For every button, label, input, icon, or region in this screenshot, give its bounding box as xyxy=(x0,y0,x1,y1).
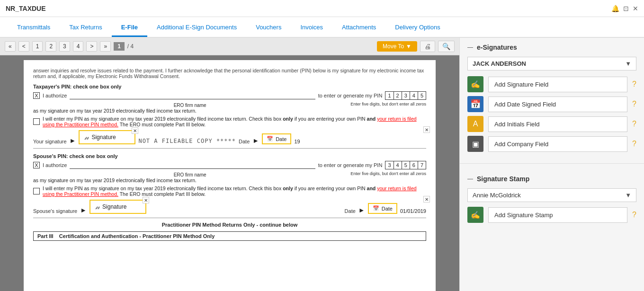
move-to-label: Move To xyxy=(383,43,404,50)
stamp-signer-dropdown[interactable]: Annie McGoldrick ▼ xyxy=(467,188,636,202)
esig-collapse-icon[interactable]: — xyxy=(467,44,473,51)
option2-row-1: I will enter my PIN as my signature on m… xyxy=(33,116,426,127)
move-to-button[interactable]: Move To ▼ xyxy=(377,41,417,52)
pin-note-2: Enter five digits, but don't enter all z… xyxy=(350,171,426,176)
signature-field-icon: ✍ xyxy=(467,76,483,92)
close-sig-2[interactable]: ✕ xyxy=(143,197,149,203)
date-value-2: 01/01/2019 xyxy=(400,208,426,214)
checkbox-2[interactable] xyxy=(33,118,40,125)
initials-help-icon[interactable]: ? xyxy=(632,120,636,128)
to-enter-text-2: to enter or generate my PIN xyxy=(318,162,383,168)
date-label-1: Date xyxy=(239,139,250,144)
tab-transmittals[interactable]: Transmittals xyxy=(8,19,60,37)
date-field-2[interactable]: ✕ 📅 Date xyxy=(368,203,397,214)
stamp-title: Signature Stamp xyxy=(477,175,529,183)
part-label: Part III xyxy=(37,233,54,239)
speaker-icon[interactable]: 🔔 xyxy=(611,5,619,12)
signature-field-2[interactable]: ✕ 𝓃 Signature xyxy=(89,200,146,214)
sig-text-2: Signature xyxy=(102,203,126,210)
date-field-1[interactable]: ✕ 📅 Date xyxy=(262,133,291,144)
add-company-row: ▣ Add Company Field ? xyxy=(467,136,636,152)
pin-grid-1: 1 2 3 4 5 xyxy=(385,91,426,100)
tab-attachments[interactable]: Attachments xyxy=(332,19,385,37)
authorize-row-2: X I authorize to enter or generate my PI… xyxy=(33,161,426,169)
stamp-dropdown-arrow: ▼ xyxy=(625,192,631,199)
tab-tax-returns[interactable]: Tax Returns xyxy=(60,19,111,37)
tab-additional-esign[interactable]: Additional E-Sign Documents xyxy=(147,19,246,37)
document-content: answer inquiries and resolve issues rela… xyxy=(0,55,459,291)
tab-bar: Transmittals Tax Returns E-File Addition… xyxy=(0,17,644,38)
tab-e-file[interactable]: E-File xyxy=(112,19,147,37)
app-title: NR_TAXDUE xyxy=(6,5,46,12)
current-page-display: 1 xyxy=(114,42,125,51)
stamp-field-icon: ✍ xyxy=(467,207,483,223)
ero-firm-label: ERO firm name xyxy=(33,103,347,108)
ero-input-1[interactable] xyxy=(70,92,315,99)
spouse-sig-label: Spouse's signature xyxy=(33,208,77,214)
esig-title: e-Signatures xyxy=(477,44,517,51)
signer-dropdown[interactable]: JACK ANDERSON ▼ xyxy=(467,57,636,71)
page-2-button[interactable]: 2 xyxy=(45,41,56,52)
add-company-field-button[interactable]: Add Company Field xyxy=(488,136,627,152)
date-text-2: Date xyxy=(382,206,393,212)
panel-divider xyxy=(460,163,644,164)
add-initials-field-button[interactable]: Add Initials Field xyxy=(488,116,627,132)
print-icon-button[interactable]: 🖨 xyxy=(420,41,435,52)
checkbox-4[interactable] xyxy=(33,188,40,194)
search-icon-button[interactable]: 🔍 xyxy=(438,41,455,52)
add-signature-field-button[interactable]: Add Signature Field xyxy=(488,77,627,92)
option2-row-2: I will enter my PIN as my signature on m… xyxy=(33,185,426,197)
maximize-icon[interactable]: ⊡ xyxy=(623,5,629,12)
ero-input-2[interactable] xyxy=(70,161,315,169)
close-date-2[interactable]: ✕ xyxy=(423,196,430,203)
document-area: « < 1 2 3 4 > » 1 / 4 Move To ▼ 🖨 🔍 answ… xyxy=(0,38,459,291)
signature-field-1[interactable]: ✕ 𝓃 Signature xyxy=(79,130,135,144)
option2-text-1: I will enter my PIN as my signature on m… xyxy=(43,116,426,127)
page-4-button[interactable]: 4 xyxy=(73,41,84,52)
page-1-button[interactable]: 1 xyxy=(32,41,43,52)
company-help-icon[interactable]: ? xyxy=(632,140,636,148)
nav-last-button[interactable]: » xyxy=(100,41,111,52)
calendar-icon-1: 📅 xyxy=(267,136,273,142)
pin-note-1: Enter five digits, but don't enter all z… xyxy=(350,102,426,106)
signer-dropdown-arrow: ▼ xyxy=(625,60,631,67)
signature-help-icon[interactable]: ? xyxy=(632,80,636,88)
stamp-section: — Signature Stamp Annie McGoldrick ▼ ✍ A… xyxy=(460,169,644,232)
practitioner-title: Practitioner PIN Method Returns Only - c… xyxy=(33,222,426,228)
tab-invoices[interactable]: Invoices xyxy=(291,19,332,37)
section-divider-2 xyxy=(33,218,426,218)
tab-vouchers[interactable]: Vouchers xyxy=(246,19,291,37)
date-label-2: Date xyxy=(345,208,356,214)
add-initials-row: A Add Initials Field ? xyxy=(467,116,636,132)
stamp-signer-name: Annie McGoldrick xyxy=(473,192,521,199)
checkbox-1[interactable]: X xyxy=(33,92,40,99)
nav-prev-button[interactable]: < xyxy=(18,41,29,52)
move-to-arrow: ▼ xyxy=(406,43,411,50)
doc-toolbar: « < 1 2 3 4 > » 1 / 4 Move To ▼ 🖨 🔍 xyxy=(0,38,459,55)
close-date-1[interactable]: ✕ xyxy=(423,126,430,133)
authorize-row-1: X I authorize to enter or generate my PI… xyxy=(33,91,426,100)
taxpayer-pin-title: Taxpayer's PIN: check one box only xyxy=(33,84,426,89)
intro-text: answer inquiries and resolve issues rela… xyxy=(33,68,426,79)
to-enter-text-1: to enter or generate my PIN xyxy=(318,93,383,98)
page-3-button[interactable]: 3 xyxy=(59,41,70,52)
spouse-pin-title: Spouse's PIN: check one box only xyxy=(33,153,426,159)
pin-grid-2: 3 4 5 6 7 xyxy=(385,161,426,169)
add-signature-stamp-button[interactable]: Add Signature Stamp xyxy=(488,207,627,223)
ero-firm-label-2: ERO firm name xyxy=(33,172,347,177)
date-field-icon: 📅 xyxy=(467,96,483,112)
tab-delivery-options[interactable]: Delivery Options xyxy=(385,19,449,37)
stamp-collapse-icon[interactable]: — xyxy=(467,176,473,182)
watermark-text: NOT A FILEABLE COPY ***** xyxy=(138,138,236,144)
date-help-icon[interactable]: ? xyxy=(632,100,636,108)
stamp-help-icon[interactable]: ? xyxy=(632,211,636,219)
close-icon[interactable]: ✕ xyxy=(633,5,638,12)
checkbox-3[interactable]: X xyxy=(33,162,40,168)
nav-first-button[interactable]: « xyxy=(5,41,16,52)
add-date-signed-button[interactable]: Add Date Signed Field xyxy=(488,97,627,112)
esig-header: — e-Signatures xyxy=(467,44,636,51)
nav-next-button[interactable]: > xyxy=(86,41,97,52)
close-sig-1[interactable]: ✕ xyxy=(132,127,138,134)
signer-name: JACK ANDERSON xyxy=(473,60,526,67)
title-bar: NR_TAXDUE 🔔 ⊡ ✕ xyxy=(0,0,644,17)
